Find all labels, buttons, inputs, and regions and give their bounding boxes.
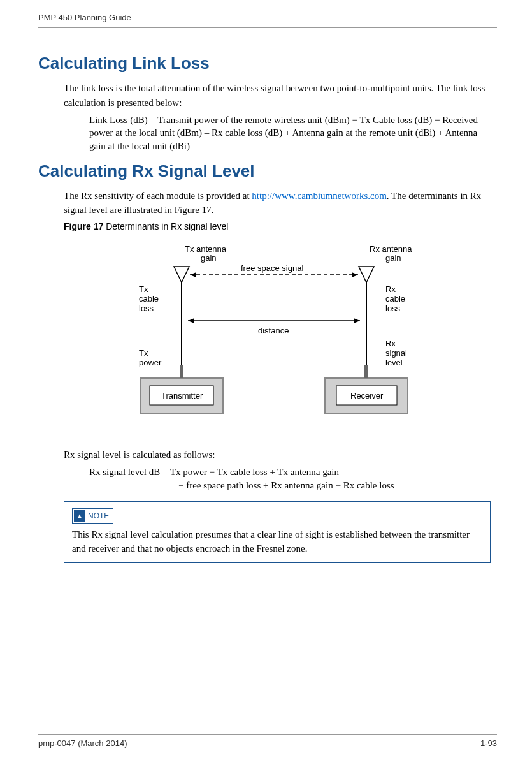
tx-antenna-gain-label: gain: [201, 253, 217, 263]
footer-right: 1-93: [480, 738, 497, 748]
section1-para1: The link loss is the total attenuation o…: [64, 81, 497, 110]
figure-caption-text: Determinants in Rx signal level: [103, 221, 228, 231]
rx-signal-diagram-svg: Tx antenna gain Rx antenna gain free spa…: [102, 244, 446, 423]
transmitter-label: Transmitter: [161, 391, 203, 400]
section2-para1: The Rx sensitivity of each module is pro…: [64, 189, 497, 217]
section2-formula-line2: − free space path loss + Rx antenna gain…: [178, 479, 497, 492]
section1-formula: Link Loss (dB) = Transmit power of the r…: [89, 114, 484, 152]
rx-cable-label3: loss: [385, 304, 401, 313]
note-text: This Rx signal level calculation presume…: [72, 527, 482, 556]
free-space-label: free space signal: [241, 263, 303, 273]
tx-antenna-label: Tx antenna: [185, 244, 227, 254]
figure-caption: Figure 17 Determinants in Rx signal leve…: [64, 221, 497, 231]
tx-power-label2: power: [139, 358, 162, 367]
note-badge-text: NOTE: [88, 511, 109, 520]
tx-power-label1: Tx: [139, 348, 148, 358]
header-title: PMP 450 Planning Guide: [38, 13, 131, 22]
rx-signal-label3: level: [385, 358, 403, 367]
rx-cable-label1: Rx: [385, 284, 396, 294]
section2-formula-line1: Rx signal level dB = Tx power − Tx cable…: [89, 465, 484, 478]
section1-heading: Calculating Link Loss: [38, 54, 497, 73]
arrow-right-icon: [352, 272, 358, 277]
note-box: ▲ NOTE This Rx signal level calculation …: [64, 501, 491, 563]
rx-antenna-gain-label: gain: [385, 253, 401, 263]
note-triangle-icon: ▲: [74, 510, 85, 522]
tx-cable-label2: cable: [139, 294, 159, 304]
receiver-label: Receiver: [350, 391, 384, 400]
tx-antenna-icon: [174, 267, 189, 282]
page-header: PMP 450 Planning Guide: [38, 13, 497, 28]
tx-connector: [180, 365, 183, 378]
rx-signal-label2: signal: [385, 348, 407, 358]
section2-heading: Calculating Rx Signal Level: [38, 161, 497, 181]
rx-signal-label1: Rx: [385, 339, 396, 348]
page-footer: pmp-0047 (March 2014) 1-93: [38, 734, 497, 748]
footer-left: pmp-0047 (March 2014): [38, 738, 127, 748]
rx-antenna-label: Rx antenna: [370, 244, 412, 254]
arrow-left-icon: [190, 272, 196, 277]
distance-arrow-left-icon: [188, 318, 194, 323]
section2-para2: Rx signal level is calculated as follows…: [64, 448, 497, 462]
cambium-link[interactable]: http://www.cambiumnetworks.com: [252, 191, 387, 201]
rx-antenna-icon: [359, 267, 374, 282]
figure-label: Figure 17: [64, 221, 103, 231]
rx-cable-label2: cable: [385, 294, 405, 304]
note-badge: ▲ NOTE: [72, 508, 113, 524]
rx-connector: [364, 365, 368, 378]
tx-cable-label1: Tx: [139, 284, 148, 294]
section2-para1-pre: The Rx sensitivity of each module is pro…: [64, 191, 252, 201]
distance-arrow-right-icon: [354, 318, 360, 323]
distance-label: distance: [258, 326, 289, 335]
signal-diagram: Tx antenna gain Rx antenna gain free spa…: [102, 244, 497, 425]
tx-cable-label3: loss: [139, 304, 154, 313]
